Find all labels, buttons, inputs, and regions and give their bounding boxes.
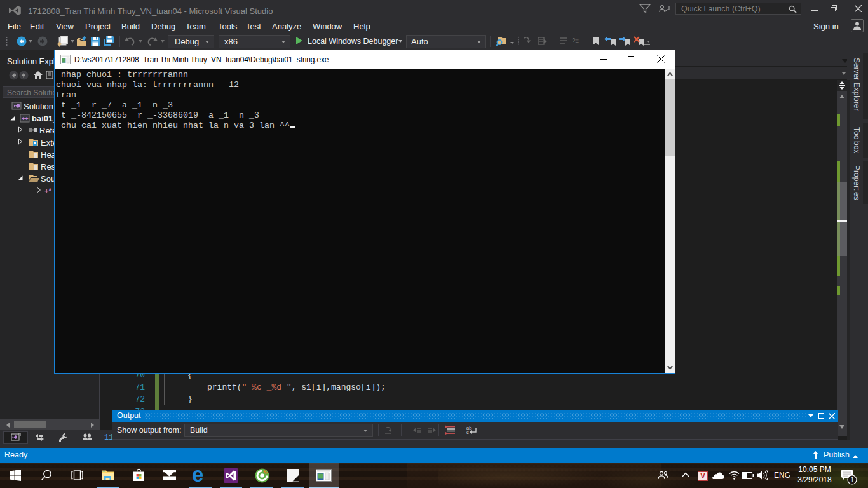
svg-text:c: c (466, 430, 469, 435)
svg-text:?≡: ?≡ (572, 37, 580, 44)
svg-text:1: 1 (851, 477, 855, 484)
svg-text:+*: +* (44, 187, 51, 194)
svg-text:++: ++ (22, 116, 29, 122)
